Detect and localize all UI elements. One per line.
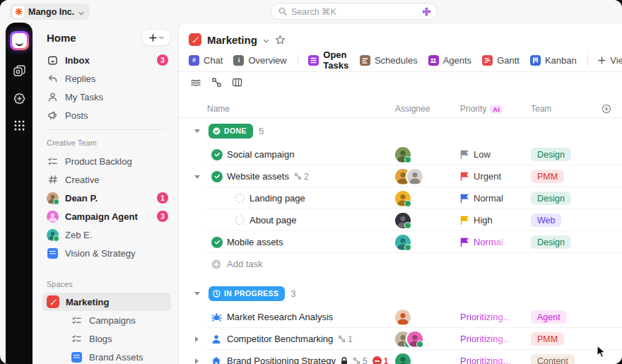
sidebar-item-vision-strategy[interactable]: Vision & Strategy xyxy=(47,244,171,262)
add-task-row[interactable]: Add task xyxy=(179,253,622,275)
priority-cell[interactable]: Low xyxy=(460,143,491,165)
task-name[interactable]: Brand Positioning Strategy xyxy=(227,356,336,364)
assignee-avatars[interactable] xyxy=(395,191,411,206)
assignee-avatars[interactable] xyxy=(395,235,411,250)
priority-cell[interactable]: High xyxy=(460,209,493,231)
apps-grid-icon[interactable] xyxy=(13,119,25,131)
team-tag[interactable]: Content xyxy=(531,354,575,364)
add-view-button[interactable]: View xyxy=(598,55,622,66)
new-item-button[interactable] xyxy=(141,29,171,46)
chevron-down-icon[interactable] xyxy=(263,33,269,46)
task-name[interactable]: Competitor Benchmarking xyxy=(227,334,333,344)
team-tag[interactable]: Design xyxy=(531,148,571,161)
done-check-icon[interactable] xyxy=(211,149,223,160)
windows-icon[interactable] xyxy=(13,64,26,78)
tab-kanban[interactable]: Kanban xyxy=(530,55,577,66)
sidebar-item-product-backlog[interactable]: Product Backlog xyxy=(47,152,171,170)
sidebar-item-posts[interactable]: Posts xyxy=(47,106,171,124)
column-team[interactable]: Team xyxy=(531,100,551,118)
checklist-icon xyxy=(71,315,83,326)
assignee-avatars[interactable] xyxy=(395,310,411,325)
subtask-row[interactable]: Landing page Normal Design xyxy=(179,187,622,209)
assignee-avatars[interactable] xyxy=(395,147,411,163)
ai-sparkle-icon[interactable] xyxy=(422,7,431,16)
sidebar-item-inbox[interactable]: Inbox 3 xyxy=(47,51,171,69)
column-name[interactable]: Name xyxy=(207,100,230,118)
collapse-caret-icon[interactable] xyxy=(194,165,200,187)
tab-chat[interactable]: # Chat xyxy=(189,55,223,66)
team-tag[interactable]: PMM xyxy=(531,332,564,346)
columns-icon[interactable] xyxy=(232,77,242,88)
team-tag[interactable]: Design xyxy=(531,192,571,205)
subtask-row[interactable]: About page High Web xyxy=(179,209,622,231)
sidebar-item-my-tasks[interactable]: My Tasks xyxy=(47,88,171,106)
task-row[interactable]: Social campaign Low Design xyxy=(179,143,622,165)
task-name[interactable]: Mobile assets xyxy=(227,237,283,247)
tab-agents[interactable]: Agents xyxy=(428,55,471,66)
team-tag[interactable]: Agent xyxy=(531,310,567,324)
sidebar-item-blogs[interactable]: Blogs xyxy=(47,329,171,348)
blocked-indicator[interactable]: 1 xyxy=(372,356,389,364)
task-row[interactable]: Market Research Analysis Prioritizing...… xyxy=(179,306,622,328)
sidebar-item-marketing[interactable]: Marketing xyxy=(42,293,171,311)
priority-cell[interactable]: Urgent xyxy=(460,165,501,187)
task-name[interactable]: Landing page xyxy=(250,193,305,204)
add-column-icon[interactable] xyxy=(602,100,611,118)
status-badge[interactable]: DONE xyxy=(209,124,253,139)
task-list: DONE 5 Social campaign Low Design xyxy=(179,118,622,364)
favorite-star-icon[interactable] xyxy=(275,35,286,45)
tab-schedules[interactable]: Schedules xyxy=(360,55,418,66)
tab-gantt[interactable]: Gantt xyxy=(482,55,520,66)
column-priority[interactable]: Priority AI xyxy=(460,100,503,118)
assignee-avatars[interactable] xyxy=(395,169,423,184)
task-row[interactable]: Mobile assets Normal Design xyxy=(179,231,622,253)
tab-overview[interactable]: i Overview xyxy=(233,55,286,66)
done-check-icon[interactable] xyxy=(211,171,223,182)
sidebar-item-campaign-agent[interactable]: Campaign Agent 3 xyxy=(47,207,171,225)
assignee-avatars[interactable] xyxy=(395,213,411,228)
assignee-avatars[interactable] xyxy=(395,331,423,347)
priority-cell-ai[interactable]: Normal xyxy=(460,231,503,253)
sidebar-item-creative[interactable]: Creative xyxy=(47,170,171,189)
done-check-icon[interactable] xyxy=(211,237,223,248)
task-name[interactable]: Market Research Analysis xyxy=(227,312,333,322)
column-assignee[interactable]: Assignee xyxy=(395,100,430,118)
task-name[interactable]: Website assets xyxy=(227,171,289,182)
subtask-count[interactable]: 2 xyxy=(294,172,309,182)
assistant-app-icon[interactable] xyxy=(10,31,29,50)
assignee-avatars[interactable] xyxy=(395,353,411,364)
task-row[interactable]: Brand Positioning Strategy 5 1 Prioritiz… xyxy=(179,350,622,364)
status-badge[interactable]: IN PROGRESS xyxy=(209,286,285,301)
team-tag[interactable]: PMM xyxy=(531,170,564,183)
sidebar-item-zeb-e[interactable]: Zeb E. xyxy=(47,225,171,244)
automations-icon[interactable] xyxy=(13,92,26,105)
open-status-icon[interactable] xyxy=(235,194,245,203)
sidebar-item-brand-assets[interactable]: Brand Assets xyxy=(47,348,171,364)
sidebar-item-campaigns[interactable]: Campaigns xyxy=(47,311,171,329)
priority-cell-ai[interactable]: Prioritizing... xyxy=(460,306,511,328)
team-tag[interactable]: Web xyxy=(531,213,561,227)
expand-caret-icon[interactable] xyxy=(194,328,199,350)
search-input[interactable]: Search ⌘K xyxy=(271,3,438,20)
subtask-count[interactable]: 5 xyxy=(353,356,368,364)
add-task-button[interactable]: Add task xyxy=(211,259,263,269)
subtask-count[interactable]: 1 xyxy=(338,334,353,344)
open-status-icon[interactable] xyxy=(235,216,245,225)
priority-cell-ai[interactable]: Prioritizing... xyxy=(460,328,511,350)
group-by-icon[interactable] xyxy=(190,77,201,88)
priority-cell[interactable]: Normal xyxy=(460,187,503,209)
subtasks-icon[interactable] xyxy=(211,77,222,88)
collapse-caret-icon[interactable] xyxy=(194,118,200,143)
task-name[interactable]: About page xyxy=(250,215,297,225)
sidebar-item-dean-p[interactable]: Dean P. 1 xyxy=(47,189,171,207)
task-row[interactable]: Website assets 2 Urgent PMM xyxy=(179,165,622,187)
collapse-caret-icon[interactable] xyxy=(194,281,200,306)
tab-open-tasks[interactable]: Open Tasks xyxy=(308,49,349,71)
task-row[interactable]: Competitor Benchmarking 1 Prioritizing..… xyxy=(179,328,622,350)
task-name[interactable]: Social campaign xyxy=(227,149,294,160)
sidebar-item-replies[interactable]: Replies xyxy=(47,69,171,88)
team-tag[interactable]: Design xyxy=(531,235,571,249)
workspace-switcher[interactable]: Mango Inc. xyxy=(10,4,90,20)
expand-caret-icon[interactable] xyxy=(194,350,199,364)
priority-cell-ai[interactable]: Prioritizing... xyxy=(460,350,511,364)
